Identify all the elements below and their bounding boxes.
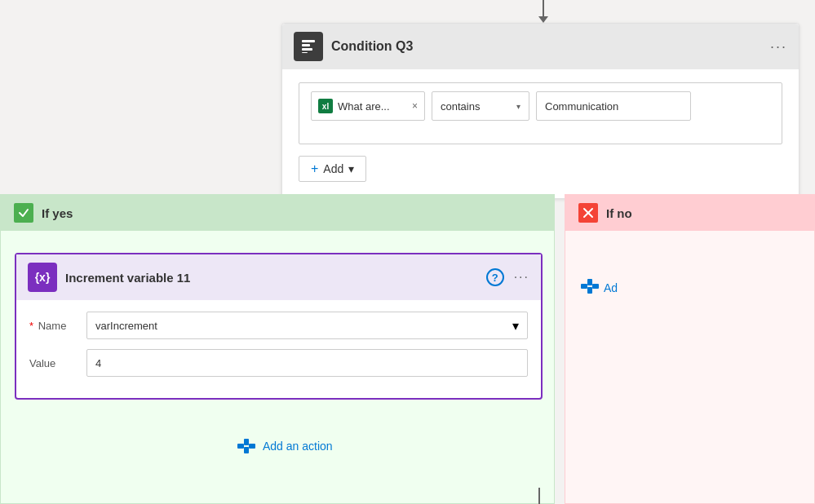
right-add-action-button[interactable]: Ad: [581, 277, 618, 298]
plus-icon: +: [311, 161, 318, 176]
increment-icon: {x}: [28, 263, 57, 292]
svg-rect-12: [581, 284, 587, 289]
add-action-icon: [237, 436, 256, 456]
right-add-action-text: Ad: [604, 281, 618, 294]
increment-title: Increment variable 11: [65, 271, 478, 285]
svg-rect-11: [587, 287, 592, 294]
condition-svg-icon: [300, 38, 317, 55]
if-no-header: If no: [565, 195, 814, 231]
token-excel-icon: xl: [318, 99, 333, 113]
if-yes-title: If yes: [42, 206, 73, 220]
increment-header: {x} Increment variable 11 ? ···: [16, 254, 541, 300]
value-input[interactable]: [536, 91, 691, 121]
svg-rect-0: [302, 40, 315, 42]
if-yes-icon: [14, 203, 33, 223]
add-button-label: Add: [323, 162, 343, 175]
add-action-svg-icon: [237, 437, 255, 455]
name-field-row: * Name varIncrement ▾: [29, 312, 528, 339]
name-label-text: Name: [38, 320, 67, 332]
increment-more-menu[interactable]: ···: [514, 270, 529, 285]
svg-rect-13: [592, 284, 599, 289]
condition-inner-box: xl What are... × contains ▾: [299, 82, 782, 144]
condition-menu-button[interactable]: ···: [770, 38, 787, 55]
increment-body: * Name varIncrement ▾ Value: [16, 300, 541, 398]
add-condition-button[interactable]: + Add ▾: [299, 156, 366, 182]
add-action-button[interactable]: Add an action: [237, 436, 333, 456]
value-field-input[interactable]: [86, 349, 528, 377]
condition-card: Condition Q3 ··· xl What are... × contai…: [281, 23, 799, 199]
condition-header: Condition Q3 ···: [282, 24, 799, 69]
add-button-arrow: ▾: [348, 162, 354, 175]
name-label: * Name: [29, 320, 78, 332]
required-star: *: [29, 320, 33, 332]
condition-body: xl What are... × contains ▾ + Add ▾: [282, 69, 799, 198]
increment-variable-card: {x} Increment variable 11 ? ··· * Name v…: [15, 253, 543, 400]
bottom-flow-line: [538, 488, 540, 504]
add-action-text: Add an action: [263, 440, 333, 453]
token-text: What are...: [338, 100, 407, 113]
operator-dropdown[interactable]: contains ▾: [432, 91, 529, 121]
question-mark: ?: [492, 272, 498, 284]
increment-icon-label: {x}: [35, 271, 51, 284]
value-field-row: Value: [29, 349, 528, 377]
svg-rect-8: [237, 444, 244, 449]
condition-title: Condition Q3: [331, 39, 770, 54]
name-dropdown[interactable]: varIncrement ▾: [86, 312, 528, 339]
name-value: varIncrement: [95, 320, 512, 332]
if-yes-header: If yes: [1, 195, 554, 231]
increment-actions: ? ···: [486, 268, 529, 286]
svg-rect-6: [244, 439, 249, 445]
operator-dropdown-arrow: ▾: [516, 102, 520, 111]
if-no-icon: [578, 203, 598, 223]
condition-icon: [294, 32, 323, 61]
operator-label: contains: [441, 100, 512, 113]
if-no-panel: If no: [565, 194, 815, 504]
svg-rect-3: [302, 52, 308, 53]
value-label: Value: [29, 357, 78, 369]
condition-row: xl What are... × contains ▾: [311, 91, 770, 121]
right-add-action-svg-icon: [581, 277, 599, 295]
right-add-action-icon: [581, 277, 599, 298]
if-no-title: If no: [606, 206, 632, 220]
svg-rect-9: [249, 444, 255, 449]
checkmark-icon: [18, 207, 29, 219]
token-close-button[interactable]: ×: [412, 100, 418, 112]
svg-rect-10: [587, 279, 592, 285]
name-dropdown-arrow: ▾: [512, 318, 519, 334]
token-chip[interactable]: xl What are... ×: [311, 91, 425, 121]
svg-rect-1: [302, 44, 310, 46]
token-icon-label: xl: [322, 102, 329, 111]
help-button[interactable]: ?: [486, 268, 504, 286]
svg-rect-2: [302, 48, 312, 51]
svg-rect-7: [244, 447, 249, 453]
x-icon: [582, 207, 594, 219]
flow-arrow-down: [538, 0, 548, 23]
